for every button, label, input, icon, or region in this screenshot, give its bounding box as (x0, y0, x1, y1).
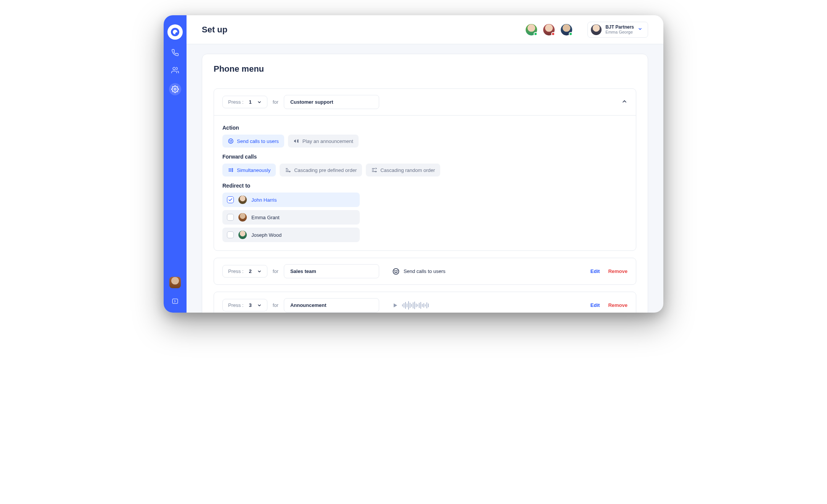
account-org: BJT Partners (605, 24, 634, 30)
topbar: Set up BJT Partners Emma George (187, 15, 663, 44)
press-selector-1[interactable]: Press : 1 (222, 96, 267, 108)
expand-sidebar-button[interactable] (171, 297, 180, 306)
redirect-user-john-harris[interactable]: John Harris (222, 193, 360, 207)
panel-title: Phone menu (202, 54, 648, 78)
for-label: for (273, 99, 278, 105)
press-label: Press : (228, 99, 243, 105)
content: Phone menu Press : 1 for Customer suppor… (187, 44, 663, 313)
headset-icon (392, 268, 400, 275)
cascade-defined-icon (285, 167, 291, 173)
account-switcher[interactable]: BJT Partners Emma George (587, 22, 648, 38)
redirect-user-emma-grant[interactable]: Emma Grant (222, 210, 360, 225)
for-label: for (273, 268, 278, 274)
menu-option-3-header: Press : 3 for Announcement (214, 292, 636, 313)
edit-option-2[interactable]: Edit (590, 268, 600, 274)
announcement-preview (392, 301, 429, 310)
chevron-down-icon (257, 269, 262, 274)
svg-point-9 (393, 268, 399, 274)
forward-section-label: Forward calls (222, 154, 627, 160)
for-label: for (273, 302, 278, 308)
press-selector-3[interactable]: Press : 3 (222, 299, 267, 311)
chevron-down-icon (257, 303, 262, 308)
remove-option-2[interactable]: Remove (608, 268, 627, 274)
cascade-random-icon (371, 167, 377, 173)
checkbox-checked-icon (227, 196, 234, 203)
svg-point-3 (228, 139, 233, 143)
menu-option-3: Press : 3 for Announcement (214, 292, 636, 313)
forward-cascade-random[interactable]: Cascading random order (366, 164, 440, 177)
chevron-down-icon (257, 100, 262, 104)
users-icon (171, 66, 179, 74)
redirect-user-joseph-wood[interactable]: Joseph Wood (222, 228, 360, 242)
phone-icon (171, 49, 179, 56)
nav-calls[interactable] (171, 48, 180, 57)
action-play-announcement[interactable]: Play an announcement (288, 135, 359, 148)
svg-point-4 (230, 140, 230, 141)
presence-avatar-3[interactable] (561, 24, 572, 35)
main: Set up BJT Partners Emma George (187, 15, 663, 313)
action-section-label: Action (222, 125, 627, 131)
sidebar (164, 15, 187, 313)
collapse-button-1[interactable] (621, 98, 627, 106)
menu-option-1-body: Action Send calls to users Play an annou… (214, 115, 636, 250)
redirect-section-label: Redirect to (222, 183, 627, 189)
user-name: Emma Grant (251, 215, 280, 220)
presence-avatar-1[interactable] (526, 24, 537, 35)
menu-option-2-header: Press : 2 for Sales team Send calls to u… (214, 258, 636, 284)
headset-icon (228, 138, 234, 144)
expand-sidebar-icon (172, 298, 179, 305)
svg-marker-12 (394, 303, 397, 307)
user-avatar (238, 213, 247, 222)
current-user-avatar[interactable] (169, 277, 181, 288)
press-selector-2[interactable]: Press : 2 (222, 265, 267, 278)
svg-point-1 (174, 88, 176, 90)
action-send-calls[interactable]: Send calls to users (222, 135, 284, 148)
user-name: Joseph Wood (251, 232, 282, 238)
action-play-announcement-label: Play an announcement (302, 138, 353, 144)
svg-point-5 (231, 140, 232, 141)
chevron-down-icon (638, 27, 642, 32)
nav-settings[interactable] (169, 83, 181, 95)
option-2-summary: Send calls to users (392, 268, 446, 275)
option-name-input-1[interactable]: Customer support (284, 95, 379, 109)
forward-simultaneous[interactable]: Simultaneously (222, 164, 276, 177)
status-dot-busy (551, 32, 555, 36)
option-name-input-2[interactable]: Sales team (284, 264, 379, 278)
user-avatar (238, 196, 247, 204)
remove-option-3[interactable]: Remove (608, 302, 627, 308)
press-label: Press : (228, 268, 243, 274)
waveform-icon (402, 301, 429, 310)
account-avatar (591, 24, 602, 35)
redirect-user-list: John Harris Emma Grant (222, 193, 360, 242)
app-logo[interactable] (167, 24, 183, 40)
megaphone-icon (293, 138, 299, 144)
menu-option-2: Press : 2 for Sales team Send calls to u… (214, 258, 636, 285)
presence-avatar-2[interactable] (543, 24, 555, 35)
gear-icon (171, 85, 179, 93)
user-avatar (238, 231, 247, 239)
checkbox-unchecked-icon (227, 214, 234, 221)
press-number: 3 (249, 302, 251, 308)
edit-option-3[interactable]: Edit (590, 302, 600, 308)
app-window: Set up BJT Partners Emma George (164, 15, 663, 313)
menu-option-1-header: Press : 1 for Customer support (214, 89, 636, 115)
svg-point-10 (395, 270, 396, 271)
svg-point-11 (397, 270, 397, 271)
account-user: Emma George (605, 30, 634, 35)
status-dot-online (534, 32, 537, 36)
forward-cascade-defined-label: Cascading pre defined order (294, 167, 357, 173)
simultaneous-icon (228, 167, 234, 173)
play-icon[interactable] (392, 302, 398, 308)
chevron-up-icon (621, 98, 627, 104)
press-label: Press : (228, 302, 243, 308)
option-2-summary-text: Send calls to users (404, 268, 446, 274)
press-number: 1 (249, 99, 251, 105)
phone-menu-panel: Phone menu Press : 1 for Customer suppor… (202, 54, 648, 313)
page-title: Set up (202, 25, 227, 35)
forward-cascade-defined[interactable]: Cascading pre defined order (280, 164, 362, 177)
option-name-input-3[interactable]: Announcement (284, 298, 379, 312)
user-name: John Harris (251, 197, 277, 203)
forward-cascade-random-label: Cascading random order (380, 167, 435, 173)
presence-list (526, 24, 572, 35)
nav-contacts[interactable] (171, 66, 180, 75)
